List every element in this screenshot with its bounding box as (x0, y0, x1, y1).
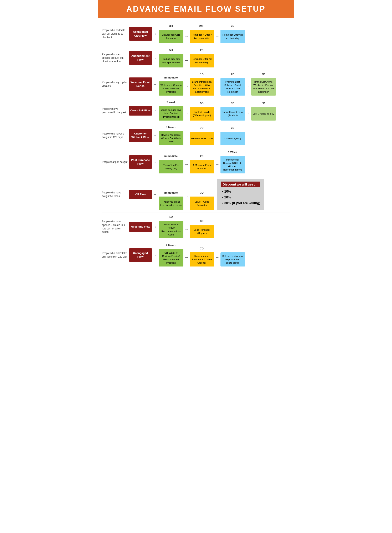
step-arrow-post-purchase-2: → (215, 162, 220, 167)
flow-name-vip: VIP Flow (129, 190, 152, 199)
step-arrow-customer-winback-1: → (184, 135, 189, 140)
step-col-cross-sell-1: 5DContent Emails {Different Upsell} (190, 102, 214, 121)
step-col-unengaged-0: 4 MonthStill Want To Recieve Emails? Rec… (159, 243, 183, 266)
step-box-post-purchase-1: A Message From Founder (190, 160, 214, 173)
flow-row-post-purchase: People that just boughtPost Purchase Flo… (102, 148, 290, 176)
step-timing-milestone-0: 1D (169, 215, 173, 220)
flow-row-cross-sell: People who've purchased in the pastCross… (102, 98, 290, 123)
step-box-abandoned-cart-1: Reminder + Offer + Recomendation (190, 30, 214, 43)
step-arrow-cross-sell-2: → (215, 111, 220, 115)
flow-main-arrow-post-purchase: → (152, 160, 158, 164)
flow-name-customer-winback: Customer Winback Flow (129, 129, 152, 142)
steps-area-abandoned-cart: 3HAbandoned Cart Reminder→24HReminder + … (158, 24, 290, 43)
flow-name-post-purchase: Post Purchase Flow (129, 155, 152, 169)
step-col-customer-winback-0: 4 MonthHow've You Been? +Check Out What'… (159, 126, 183, 145)
step-col-customer-winback-2: 2DCode + Urgency (220, 126, 245, 145)
discount-item-0: • 10% (221, 190, 261, 193)
step-timing-customer-winback-2: 2D (231, 126, 234, 131)
step-arrow-post-purchase-1: → (184, 162, 189, 167)
step-box-abandoned-cart-2: Reminder Offer will expire today (220, 30, 245, 43)
flow-row-abandonment: People who watch specific product but di… (102, 46, 290, 70)
flow-row-milestone: People who have opened 5 emails in a row… (102, 213, 290, 241)
flow-name-milestone: Milestone Flow (129, 222, 152, 232)
flow-description-cross-sell: People who've purchased in the past (102, 107, 129, 114)
step-timing-welcome-email-0: immediate (164, 76, 177, 80)
flow-main-arrow-welcome-email: → (152, 82, 158, 87)
steps-area-milestone: 1DSocial Proof + Product Reccomendations… (158, 215, 290, 238)
step-timing-cross-sell-0: 2 Week (166, 101, 176, 105)
step-timing-customer-winback-0: 4 Month (166, 126, 176, 130)
steps-area-abandonment: 5HProduct they saw with special offer→2D… (158, 48, 290, 67)
flow-name-abandoned-cart: Abandoned Cart Flow (129, 27, 152, 40)
step-timing-abandoned-cart-2: 2D (231, 24, 234, 28)
step-col-abandonment-1: 2DReminder Offer will expire today (190, 48, 214, 67)
step-timing-cross-sell-3: 5D (262, 102, 265, 106)
flow-main-arrow-abandoned-cart: → (152, 31, 158, 36)
step-col-vip-0: immediateThank you email from founder + … (159, 191, 183, 210)
step-box-cross-sell-1: Content Emails {Different Upsell} (190, 107, 214, 121)
step-arrow-unengaged-2: → (215, 255, 220, 260)
step-box-unengaged-0: Still Want To Recieve Emails? Reccomende… (159, 249, 183, 266)
step-box-milestone-0: Social Proof + Product Reccomendations C… (159, 221, 183, 238)
step-col-vip-1: 3DValue + Code Reminder (190, 191, 214, 210)
step-timing-cross-sell-1: 5D (200, 102, 204, 106)
step-box-cross-sell-2: Special Incentive for {Product} (220, 107, 245, 121)
steps-area-welcome-email: immediateWelcome + Coupon + Reccomender … (158, 73, 290, 96)
flow-description-abandonment: People who watch specific product but di… (102, 53, 129, 63)
step-box-vip-1: Value + Code Reminder (190, 196, 214, 210)
step-box-vip-0: Thank you email from founder + code (159, 196, 183, 210)
flow-main-arrow-unengaged: → (152, 252, 158, 257)
step-box-abandonment-0: Product they saw with special offer (159, 54, 183, 67)
flow-main-arrow-cross-sell: → (152, 108, 158, 113)
step-arrow-cross-sell-3: → (246, 111, 251, 115)
step-col-abandoned-cart-2: 2DReminder Offer will expire today (220, 24, 245, 43)
step-col-abandoned-cart-1: 24HReminder + Offer + Recomendation (190, 24, 214, 43)
step-timing-post-purchase-2: 1 Week (228, 150, 237, 155)
step-col-welcome-email-1: 1DBrand Introduction Benefits + Why we'r… (190, 73, 214, 96)
step-col-customer-winback-1: 7DWe Miss You+ Code (190, 126, 214, 145)
page-wrapper: ADVANCE EMAIL FLOW SETUP People who adde… (98, 0, 294, 269)
step-box-cross-sell-0: You're going to love this : Content {Pro… (159, 106, 183, 120)
step-col-abandoned-cart-0: 3HAbandoned Cart Reminder (159, 24, 183, 43)
step-box-unengaged-2: Still not receive any response then dele… (220, 252, 245, 266)
step-timing-cross-sell-2: 5D (231, 102, 234, 106)
step-timing-welcome-email-2: 2D (231, 73, 234, 77)
step-arrow-welcome-email-1: → (184, 84, 189, 89)
flow-description-unengaged: People who didn't take any actionb in 12… (102, 252, 129, 259)
step-col-welcome-email-3: 3DBrand Story/Who We Are + HOw We Got St… (251, 73, 276, 96)
step-timing-unengaged-1: 7D (200, 247, 204, 251)
flow-main-arrow-abandonment: → (152, 56, 158, 60)
step-col-cross-sell-2: 5DSpecial Incentive for {Product} (220, 102, 245, 121)
step-timing-milestone-1: 3D (200, 220, 204, 224)
step-timing-vip-0: immediate (164, 191, 177, 195)
step-timing-post-purchase-0: immediate (164, 154, 177, 159)
flow-description-milestone: People who have opened 5 emails in a row… (102, 220, 129, 234)
step-arrow-vip-1: → (184, 194, 189, 199)
discount-box: Discount we will use :• 10%• 20%• 30% (i… (217, 179, 264, 210)
steps-area-unengaged: 4 MonthStill Want To Recieve Emails? Rec… (158, 243, 290, 266)
flow-table: People who added to cart but didn't go t… (98, 22, 294, 269)
flow-main-arrow-customer-winback: → (152, 133, 158, 138)
step-col-unengaged-2: Still not receive any response then dele… (220, 247, 245, 266)
step-box-welcome-email-0: Welcome + Coupon + Reccomender Products (159, 81, 183, 96)
step-box-welcome-email-2: Promote Best Sellers + Social Proof + Co… (220, 78, 245, 96)
flow-name-welcome-email: Welcome Email Series (129, 77, 152, 91)
step-arrow-milestone-1: → (184, 227, 189, 232)
step-box-welcome-email-3: Brand Story/Who We Are + HOw We Got Star… (251, 78, 276, 96)
step-arrow-abandoned-cart-1: → (184, 34, 189, 38)
discount-title: Discount we will use : (221, 182, 261, 187)
step-col-milestone-0: 1DSocial Proof + Product Reccomendations… (159, 215, 183, 238)
steps-area-customer-winback: 4 MonthHow've You Been? +Check Out What'… (158, 126, 290, 145)
step-col-cross-sell-0: 2 WeekYou're going to love this : Conten… (159, 101, 183, 120)
step-col-post-purchase-0: immediateThank You For Buying msg (159, 154, 183, 173)
steps-area-vip: immediateThank you email from founder + … (158, 179, 290, 210)
step-timing-unengaged-0: 4 Month (166, 243, 176, 248)
discount-item-1: • 20% (221, 196, 261, 199)
step-col-milestone-1: 3DCode Reminder +Urgency (190, 220, 214, 238)
step-timing-abandoned-cart-0: 3H (169, 24, 173, 28)
step-col-unengaged-1: 7DReccomender Products + Code + Urgency (190, 247, 214, 266)
step-timing-abandoned-cart-1: 24H (199, 24, 205, 28)
flow-description-vip: People who have bought 5+ times (102, 191, 129, 198)
step-timing-abandonment-1: 2D (200, 48, 204, 53)
step-arrow-customer-winback-2: → (215, 135, 220, 140)
